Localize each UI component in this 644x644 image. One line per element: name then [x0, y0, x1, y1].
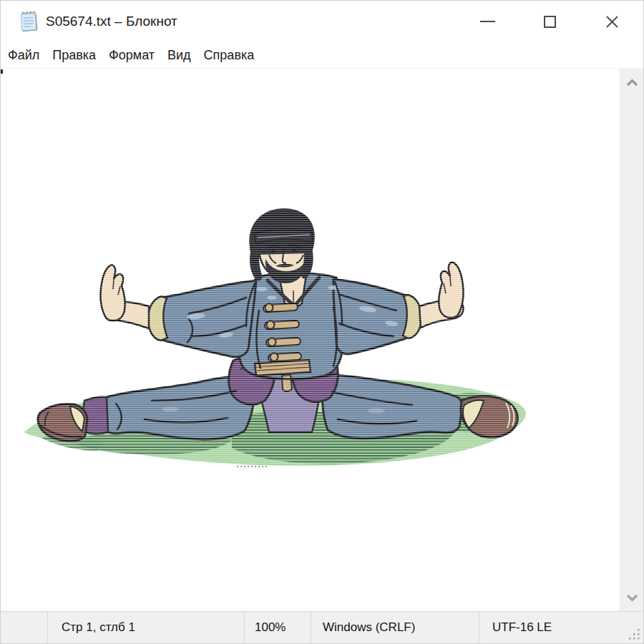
status-zoom-level: 100% — [255, 612, 286, 643]
window-controls — [457, 1, 643, 42]
minimize-button[interactable] — [457, 1, 519, 42]
menu-file[interactable]: Файл — [1, 48, 46, 63]
maximize-button[interactable] — [519, 1, 581, 42]
status-divider — [47, 612, 48, 643]
window-title: S05674.txt – Блокнот — [46, 14, 177, 29]
notepad-icon[interactable] — [20, 11, 39, 32]
window-minimize-icon — [480, 21, 495, 22]
text-caret — [1, 69, 3, 74]
status-line-endings: Windows (CRLF) — [323, 612, 415, 643]
menu-bar: Файл Правка Формат Вид Справка — [1, 42, 643, 68]
window-close-icon — [605, 15, 619, 29]
title-bar: S05674.txt – Блокнот — [1, 1, 643, 42]
resize-grip-icon[interactable] — [628, 628, 640, 640]
menu-format[interactable]: Формат — [102, 48, 161, 63]
scroll-up-button[interactable] — [620, 70, 643, 94]
close-button[interactable] — [581, 1, 643, 42]
menu-view[interactable]: Вид — [161, 48, 197, 63]
status-divider — [311, 612, 311, 643]
clipart-drawing — [19, 203, 534, 468]
status-divider — [479, 612, 479, 643]
vertical-scrollbar[interactable] — [620, 69, 643, 611]
status-bar: Стр 1, стлб 1 100% Windows (CRLF) UTF-16… — [1, 611, 643, 643]
clipart-martial-artist — [19, 203, 534, 468]
chevron-up-icon — [626, 79, 638, 87]
notepad-window: S05674.txt – Блокнот Файл Правка Формат … — [0, 0, 644, 644]
status-divider — [244, 612, 245, 643]
status-encoding: UTF-16 LE — [492, 612, 552, 643]
chevron-down-icon — [626, 594, 638, 602]
scroll-down-button[interactable] — [620, 585, 643, 610]
menu-help[interactable]: Справка — [197, 48, 261, 63]
text-editor-area[interactable] — [1, 68, 643, 611]
menu-edit[interactable]: Правка — [46, 48, 102, 63]
status-cursor-position: Стр 1, стлб 1 — [62, 612, 135, 643]
window-maximize-icon — [544, 16, 556, 28]
